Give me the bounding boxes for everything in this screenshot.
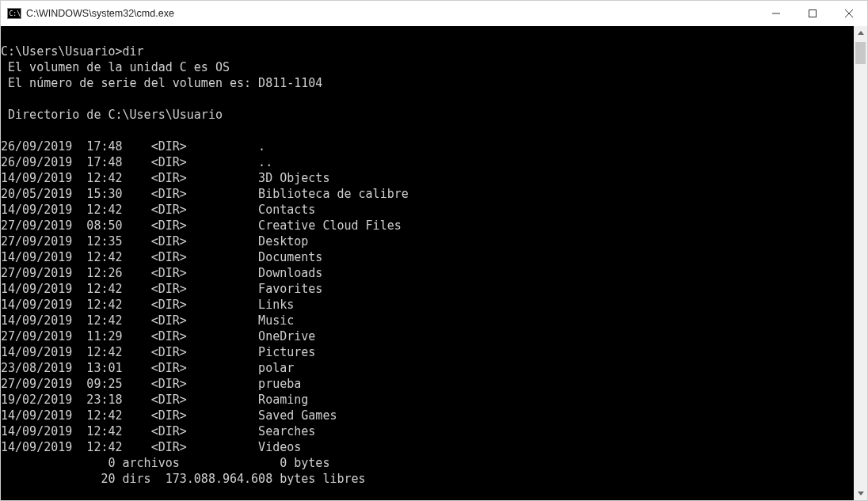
terminal-line: 14/09/2019 12:42 <DIR> Searches [1,423,854,439]
close-button[interactable] [831,1,867,26]
terminal-line: 14/09/2019 12:42 <DIR> Videos [1,439,854,455]
cmd-window: C:\ C:\WINDOWS\system32\cmd.exe C:\Users… [0,0,868,501]
terminal-line: 14/09/2019 12:42 <DIR> Pictures [1,344,854,360]
terminal-line: 19/02/2019 23:18 <DIR> Roaming [1,392,854,408]
titlebar[interactable]: C:\ C:\WINDOWS\system32\cmd.exe [1,1,867,26]
terminal-line: 14/09/2019 12:42 <DIR> Documents [1,249,854,265]
terminal-line: Directorio de C:\Users\Usuario [1,107,854,123]
maximize-button[interactable] [794,1,831,26]
terminal-line: 14/09/2019 12:42 <DIR> Contacts [1,202,854,218]
vertical-scrollbar[interactable] [854,26,867,500]
terminal-line [1,123,854,139]
terminal-line: 14/09/2019 12:42 <DIR> Favorites [1,281,854,297]
terminal-line: 26/09/2019 17:48 <DIR> .. [1,154,854,170]
terminal-line [1,28,854,44]
terminal-line [1,91,854,107]
terminal-line: C:\Users\Usuario>dir [1,44,854,59]
terminal-line: 14/09/2019 12:42 <DIR> Music [1,313,854,328]
terminal-line: 14/09/2019 12:42 <DIR> Links [1,297,854,313]
terminal-output[interactable]: C:\Users\Usuario>dir El volumen de la un… [1,26,854,500]
client-area: C:\Users\Usuario>dir El volumen de la un… [1,26,867,500]
terminal-line: El volumen de la unidad C es OS [1,59,854,75]
window-title: C:\WINDOWS\system32\cmd.exe [26,8,174,19]
terminal-line: 0 archivos 0 bytes [1,455,854,471]
cmd-icon: C:\ [7,8,21,19]
svg-text:C:\: C:\ [10,10,21,17]
minimize-button[interactable] [758,1,794,26]
terminal-line: 23/08/2019 13:01 <DIR> polar [1,360,854,376]
terminal-line: 14/09/2019 12:42 <DIR> Saved Games [1,408,854,423]
terminal-line: 27/09/2019 08:50 <DIR> Creative Cloud Fi… [1,218,854,233]
terminal-line: 27/09/2019 12:26 <DIR> Downloads [1,265,854,281]
terminal-line: 27/09/2019 12:35 <DIR> Desktop [1,233,854,249]
terminal-line: 27/09/2019 11:29 <DIR> OneDrive [1,328,854,344]
terminal-line: El número de serie del volumen es: D811-… [1,75,854,91]
terminal-line: 27/09/2019 09:25 <DIR> prueba [1,376,854,392]
terminal-line: 26/09/2019 17:48 <DIR> . [1,139,854,154]
terminal-line: 14/09/2019 12:42 <DIR> 3D Objects [1,170,854,186]
scroll-down-button[interactable] [854,487,867,500]
scroll-up-button[interactable] [854,26,867,40]
terminal-line: 20 dirs 173.088.964.608 bytes libres [1,471,854,487]
svg-rect-4 [809,10,817,17]
terminal-line: 20/05/2019 15:30 <DIR> Biblioteca de cal… [1,186,854,202]
scroll-thumb[interactable] [855,42,866,64]
